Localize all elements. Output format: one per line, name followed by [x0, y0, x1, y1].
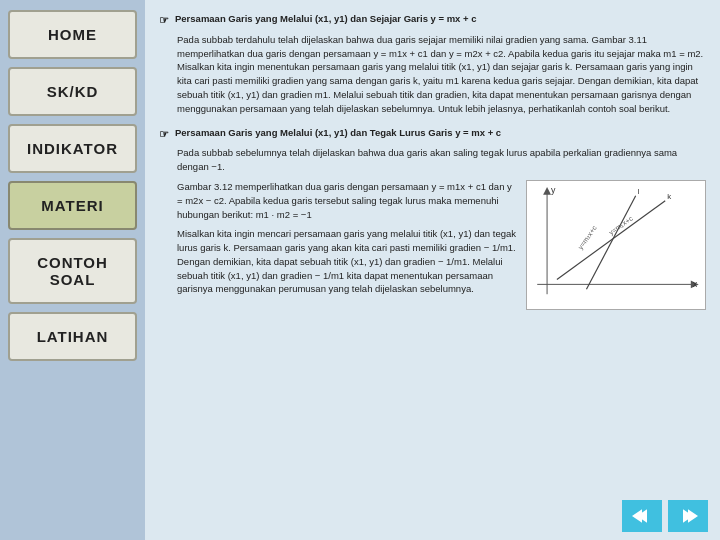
- section1-body-text: Pada subbab terdahulu telah dijelaskan b…: [177, 33, 706, 116]
- svg-rect-0: [527, 181, 704, 309]
- nav-arrows: [622, 500, 708, 532]
- bullet-icon-2: ☞: [159, 127, 169, 143]
- sidebar-item-latihan[interactable]: LATIHAN: [8, 312, 137, 361]
- section2-title-text: Persamaan Garis yang Melalui (x1, y1) da…: [175, 126, 501, 140]
- sidebar: HOME SK/KD INDIKATOR MATERI CONTOH SOAL …: [0, 0, 145, 540]
- section2-body1: Pada subbab sebelumnya telah dijelaskan …: [177, 146, 706, 174]
- sidebar-item-contoh-soal[interactable]: CONTOH SOAL: [8, 238, 137, 304]
- graph-svg: y x k l y=m₁x+c y=m₂x+c: [527, 181, 705, 309]
- section2: ☞ Persamaan Garis yang Melalui (x1, y1) …: [159, 126, 706, 297]
- svg-marker-16: [688, 509, 698, 522]
- next-button[interactable]: [668, 500, 708, 532]
- section1-title: ☞ Persamaan Garis yang Melalui (x1, y1) …: [159, 12, 706, 29]
- bullet-icon-1: ☞: [159, 13, 169, 29]
- next-icon: [678, 506, 698, 526]
- sidebar-item-materi[interactable]: MATERI: [8, 181, 137, 230]
- section1-body: Pada subbab terdahulu telah dijelaskan b…: [159, 33, 706, 116]
- app-container: HOME SK/KD INDIKATOR MATERI CONTOH SOAL …: [0, 0, 720, 540]
- sidebar-item-indikator[interactable]: INDIKATOR: [8, 124, 137, 173]
- section1: ☞ Persamaan Garis yang Melalui (x1, y1) …: [159, 12, 706, 116]
- svg-marker-14: [632, 509, 642, 522]
- prev-icon: [632, 506, 652, 526]
- graph-figure: y x k l y=m₁x+c y=m₂x+c: [526, 180, 706, 310]
- section2-body: Pada subbab sebelumnya telah dijelaskan …: [159, 146, 706, 296]
- svg-text:l: l: [638, 187, 640, 196]
- prev-button[interactable]: [622, 500, 662, 532]
- sidebar-item-skkd[interactable]: SK/KD: [8, 67, 137, 116]
- section2-title: ☞ Persamaan Garis yang Melalui (x1, y1) …: [159, 126, 706, 143]
- section1-title-text: Persamaan Garis yang Melalui (x1, y1) da…: [175, 12, 477, 26]
- content-area: ☞ Persamaan Garis yang Melalui (x1, y1) …: [145, 0, 720, 540]
- sidebar-item-home[interactable]: HOME: [8, 10, 137, 59]
- svg-text:k: k: [667, 192, 671, 201]
- svg-text:y: y: [551, 185, 556, 195]
- svg-text:x: x: [693, 279, 698, 289]
